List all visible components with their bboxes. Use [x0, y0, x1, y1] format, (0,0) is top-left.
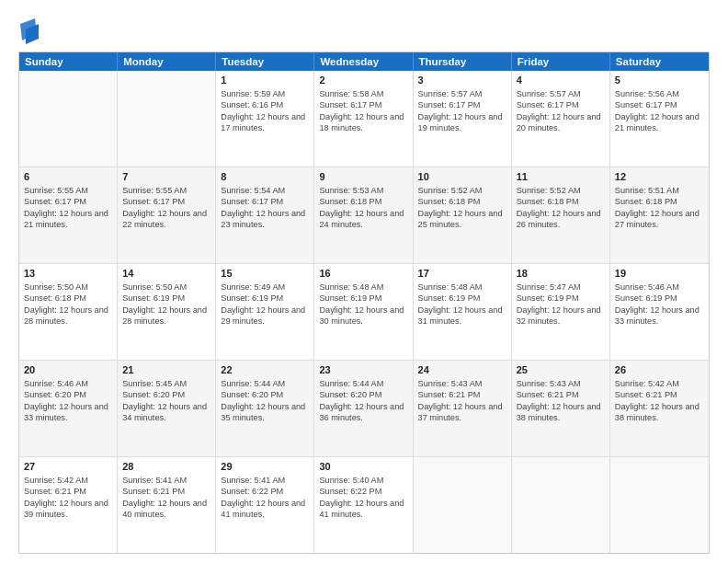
- sunset-text: Sunset: 6:18 PM: [615, 197, 677, 206]
- sunrise-text: Sunrise: 5:40 AM: [319, 476, 383, 485]
- header-cell-wednesday: Wednesday: [314, 52, 413, 71]
- day-cell-14: 14Sunrise: 5:50 AMSunset: 6:19 PMDayligh…: [118, 264, 216, 360]
- day-number: 2: [319, 74, 407, 87]
- day-cell-29: 29Sunrise: 5:41 AMSunset: 6:22 PMDayligh…: [216, 457, 314, 553]
- sunset-text: Sunset: 6:20 PM: [122, 390, 185, 399]
- day-number: 5: [615, 74, 704, 87]
- sunrise-text: Sunrise: 5:41 AM: [122, 476, 187, 485]
- daylight-text: Daylight: 12 hours and 35 minutes.: [221, 402, 305, 422]
- day-cell-4: 4Sunrise: 5:57 AMSunset: 6:17 PMDaylight…: [512, 71, 610, 167]
- sunset-text: Sunset: 6:17 PM: [319, 100, 381, 109]
- daylight-text: Daylight: 12 hours and 17 minutes.: [221, 112, 305, 132]
- day-number: 24: [418, 363, 506, 377]
- day-number: 11: [517, 170, 605, 184]
- calendar-page: SundayMondayTuesdayWednesdayThursdayFrid…: [0, 0, 728, 563]
- day-number: 3: [418, 74, 506, 87]
- day-cell-27: 27Sunrise: 5:42 AMSunset: 6:21 PMDayligh…: [19, 457, 118, 553]
- day-cell-22: 22Sunrise: 5:44 AMSunset: 6:20 PMDayligh…: [216, 361, 314, 456]
- day-number: 4: [517, 74, 605, 87]
- calendar-body: 1Sunrise: 5:59 AMSunset: 6:16 PMDaylight…: [19, 71, 709, 553]
- daylight-text: Daylight: 12 hours and 23 minutes.: [221, 209, 305, 229]
- day-number: 30: [319, 460, 407, 474]
- day-number: 25: [517, 363, 605, 377]
- day-number: 23: [319, 363, 407, 377]
- day-number: 7: [122, 170, 210, 184]
- sunset-text: Sunset: 6:16 PM: [221, 100, 283, 109]
- sunset-text: Sunset: 6:17 PM: [221, 197, 283, 206]
- calendar-row-4: 20Sunrise: 5:46 AMSunset: 6:20 PMDayligh…: [19, 361, 709, 457]
- daylight-text: Daylight: 12 hours and 25 minutes.: [418, 209, 503, 229]
- sunset-text: Sunset: 6:21 PM: [122, 487, 185, 496]
- calendar-row-3: 13Sunrise: 5:50 AMSunset: 6:18 PMDayligh…: [19, 264, 709, 361]
- day-cell-30: 30Sunrise: 5:40 AMSunset: 6:22 PMDayligh…: [314, 457, 413, 553]
- empty-cell: [118, 71, 216, 167]
- day-cell-2: 2Sunrise: 5:58 AMSunset: 6:17 PMDaylight…: [314, 71, 413, 167]
- sunrise-text: Sunrise: 5:42 AM: [24, 476, 88, 485]
- sunrise-text: Sunrise: 5:54 AM: [221, 186, 285, 195]
- logo: [18, 17, 42, 44]
- sunset-text: Sunset: 6:20 PM: [319, 390, 381, 399]
- page-header: [18, 17, 710, 44]
- sunrise-text: Sunrise: 5:41 AM: [221, 476, 285, 485]
- day-cell-5: 5Sunrise: 5:56 AMSunset: 6:17 PMDaylight…: [610, 71, 709, 167]
- empty-cell: [610, 457, 709, 553]
- daylight-text: Daylight: 12 hours and 26 minutes.: [517, 209, 601, 229]
- daylight-text: Daylight: 12 hours and 41 minutes.: [221, 499, 305, 519]
- header-cell-sunday: Sunday: [19, 52, 118, 71]
- day-number: 18: [517, 267, 605, 281]
- day-cell-23: 23Sunrise: 5:44 AMSunset: 6:20 PMDayligh…: [314, 361, 413, 456]
- daylight-text: Daylight: 12 hours and 36 minutes.: [319, 402, 404, 422]
- daylight-text: Daylight: 12 hours and 24 minutes.: [319, 209, 404, 229]
- daylight-text: Daylight: 12 hours and 28 minutes.: [122, 305, 207, 326]
- sunrise-text: Sunrise: 5:46 AM: [24, 379, 88, 388]
- day-number: 15: [221, 267, 309, 281]
- sunrise-text: Sunrise: 5:52 AM: [418, 186, 483, 195]
- sunset-text: Sunset: 6:18 PM: [24, 293, 86, 303]
- day-cell-20: 20Sunrise: 5:46 AMSunset: 6:20 PMDayligh…: [19, 361, 118, 456]
- daylight-text: Daylight: 12 hours and 22 minutes.: [122, 209, 207, 229]
- sunrise-text: Sunrise: 5:48 AM: [319, 282, 383, 292]
- sunrise-text: Sunrise: 5:53 AM: [319, 186, 383, 195]
- sunset-text: Sunset: 6:19 PM: [615, 293, 677, 303]
- sunset-text: Sunset: 6:17 PM: [418, 100, 481, 109]
- sunrise-text: Sunrise: 5:47 AM: [517, 282, 581, 292]
- sunrise-text: Sunrise: 5:49 AM: [221, 282, 285, 292]
- day-number: 1: [221, 74, 309, 87]
- empty-cell: [19, 71, 118, 167]
- empty-cell: [414, 457, 512, 553]
- sunset-text: Sunset: 6:21 PM: [418, 390, 481, 399]
- daylight-text: Daylight: 12 hours and 32 minutes.: [517, 305, 601, 326]
- header-cell-monday: Monday: [118, 52, 216, 71]
- sunrise-text: Sunrise: 5:57 AM: [517, 89, 581, 98]
- header-cell-friday: Friday: [512, 52, 610, 71]
- sunrise-text: Sunrise: 5:59 AM: [221, 89, 285, 98]
- day-number: 10: [418, 170, 506, 184]
- day-cell-12: 12Sunrise: 5:51 AMSunset: 6:18 PMDayligh…: [610, 167, 709, 263]
- day-cell-17: 17Sunrise: 5:48 AMSunset: 6:19 PMDayligh…: [414, 264, 512, 360]
- sunrise-text: Sunrise: 5:43 AM: [517, 379, 581, 388]
- sunrise-text: Sunrise: 5:46 AM: [615, 282, 679, 292]
- day-number: 6: [24, 170, 112, 184]
- daylight-text: Daylight: 12 hours and 39 minutes.: [24, 499, 108, 519]
- day-number: 20: [24, 363, 112, 377]
- empty-cell: [512, 457, 610, 553]
- calendar-row-5: 27Sunrise: 5:42 AMSunset: 6:21 PMDayligh…: [19, 457, 709, 553]
- sunrise-text: Sunrise: 5:57 AM: [418, 89, 483, 98]
- day-cell-28: 28Sunrise: 5:41 AMSunset: 6:21 PMDayligh…: [118, 457, 216, 553]
- header-cell-saturday: Saturday: [610, 52, 709, 71]
- sunrise-text: Sunrise: 5:56 AM: [615, 89, 679, 98]
- sunset-text: Sunset: 6:19 PM: [319, 293, 381, 303]
- day-number: 19: [615, 267, 704, 281]
- sunset-text: Sunset: 6:22 PM: [221, 487, 283, 496]
- daylight-text: Daylight: 12 hours and 37 minutes.: [418, 402, 503, 422]
- day-cell-13: 13Sunrise: 5:50 AMSunset: 6:18 PMDayligh…: [19, 264, 118, 360]
- daylight-text: Daylight: 12 hours and 33 minutes.: [615, 305, 700, 326]
- calendar-row-1: 1Sunrise: 5:59 AMSunset: 6:16 PMDaylight…: [19, 71, 709, 167]
- day-cell-16: 16Sunrise: 5:48 AMSunset: 6:19 PMDayligh…: [314, 264, 413, 360]
- sunrise-text: Sunrise: 5:55 AM: [24, 186, 88, 195]
- day-number: 17: [418, 267, 506, 281]
- sunrise-text: Sunrise: 5:51 AM: [615, 186, 679, 195]
- day-cell-3: 3Sunrise: 5:57 AMSunset: 6:17 PMDaylight…: [414, 71, 512, 167]
- header-cell-thursday: Thursday: [414, 52, 512, 71]
- day-number: 16: [319, 267, 407, 281]
